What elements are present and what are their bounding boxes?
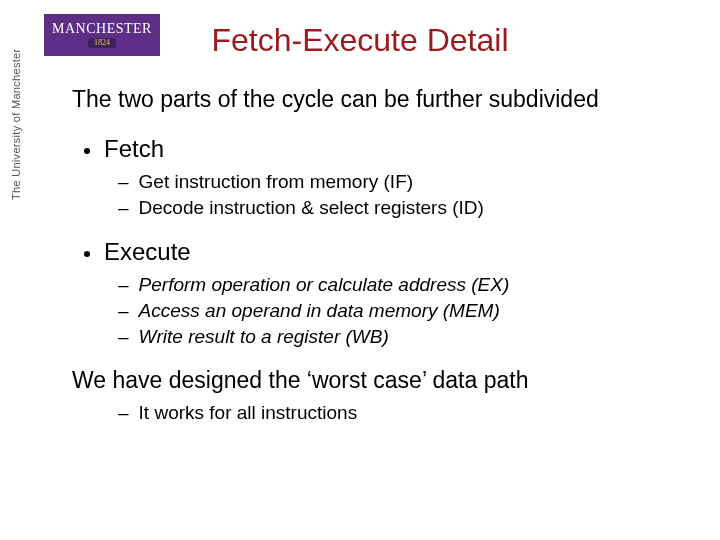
- lead-text: The two parts of the cycle can be furthe…: [72, 86, 690, 113]
- dash-icon: –: [118, 169, 129, 195]
- sub-item-text: Write result to a register (WB): [139, 324, 389, 350]
- list-item: – Perform operation or calculate address…: [118, 272, 690, 298]
- bullet-label: Execute: [104, 238, 191, 266]
- list-item: – Write result to a register (WB): [118, 324, 690, 350]
- list-item: – Access an operand in data memory (MEM): [118, 298, 690, 324]
- slide-title: Fetch-Execute Detail: [0, 22, 720, 59]
- dash-icon: –: [118, 324, 129, 350]
- execute-sublist: – Perform operation or calculate address…: [118, 272, 690, 349]
- bullet-dot-icon: [84, 251, 90, 257]
- list-item: – Decode instruction & select registers …: [118, 195, 690, 221]
- list-item: – It works for all instructions: [118, 400, 690, 426]
- closing-sublist: – It works for all instructions: [118, 400, 690, 426]
- sub-item-text: It works for all instructions: [139, 400, 358, 426]
- sub-item-text: Get instruction from memory (IF): [139, 169, 414, 195]
- dash-icon: –: [118, 400, 129, 426]
- sub-item-text: Access an operand in data memory (MEM): [139, 298, 500, 324]
- logo-vertical-text: The University of Manchester: [10, 49, 22, 200]
- slide-body: The two parts of the cycle can be furthe…: [72, 86, 690, 426]
- dash-icon: –: [118, 195, 129, 221]
- bullet-fetch: Fetch: [84, 135, 690, 163]
- sub-item-text: Decode instruction & select registers (I…: [139, 195, 484, 221]
- bullet-execute: Execute: [84, 238, 690, 266]
- dash-icon: –: [118, 272, 129, 298]
- dash-icon: –: [118, 298, 129, 324]
- bullet-dot-icon: [84, 148, 90, 154]
- list-item: – Get instruction from memory (IF): [118, 169, 690, 195]
- closing-text: We have designed the ‘worst case’ data p…: [72, 367, 690, 394]
- bullet-label: Fetch: [104, 135, 164, 163]
- sub-item-text: Perform operation or calculate address (…: [139, 272, 510, 298]
- fetch-sublist: – Get instruction from memory (IF) – Dec…: [118, 169, 690, 220]
